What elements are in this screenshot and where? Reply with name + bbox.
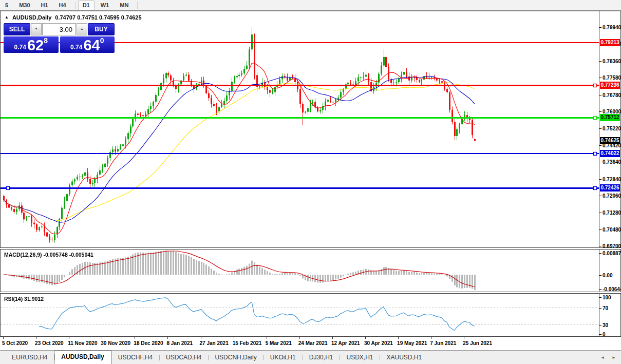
rsi-chart-canvas[interactable] [1,294,599,336]
one-click-trading-widget: SELL ▼ ▲ BUY 0.74 62 8 0.74 64 0 [4,23,115,53]
tab-ukoil-h1[interactable]: UKOil,H1 [264,352,303,364]
tab-dj30-h1[interactable]: DJ30,H1 [303,352,340,364]
level-price-label: 0.77236 [600,82,620,89]
tab-eurusd-h4[interactable]: EURUSD,H4 [5,352,54,364]
price-tick-mark [599,162,601,162]
chart-title: ▲ AUDUSD,Daily 0.74707 0.74751 0.74595 0… [5,14,142,21]
timeframe-button-h1[interactable]: H1 [36,1,53,10]
buy-button[interactable]: BUY [88,23,115,35]
tab-scroll-right-icon[interactable]: ► [612,355,616,360]
date-tick-mark [36,337,36,339]
date-label: 5 Mar 2021 [266,340,292,346]
collapse-arrow-icon[interactable]: ▲ [5,15,9,20]
macd-label: MACD(12,26,9) -0.005748 -0.005041 [4,252,93,258]
price-tick-label: 0.71280 [603,209,621,215]
sell-price-pipette: 8 [44,36,48,45]
rsi-tick-label: 0 [603,332,606,337]
rsi-tick-mark [599,297,601,298]
date-tick-mark [3,337,4,339]
date-axis[interactable]: 5 Oct 202023 Oct 202011 Nov 202030 Nov 2… [0,337,621,350]
date-label: 5 Oct 2020 [2,340,28,346]
timeframe-button-h4[interactable]: H4 [54,1,71,10]
date-label: 19 May 2021 [397,340,427,346]
tab-scroll-arrows[interactable]: ◄► [593,355,616,360]
buy-price-big-digits: 64 [83,39,100,52]
date-tick-mark [234,337,234,339]
date-tick-mark [267,337,267,339]
date-label: 30 Nov 2020 [101,340,130,346]
buy-price-prefix: 0.74 [70,44,82,51]
macd-indicator-panel: MACD(12,26,9) -0.005748 -0.005041 0.0088… [0,249,621,292]
tab-usdx-h1[interactable]: USDX,H1 [340,352,380,364]
macd-tick-label: 0.00 [603,273,612,278]
price-tick-mark [599,196,601,196]
chart-ohlc-values: 0.74707 0.74751 0.74595 0.74625 [55,14,141,21]
price-tick-label: 0.78360 [603,58,621,64]
date-label: 27 Jan 2021 [200,340,229,346]
macd-tick-mark [599,253,601,254]
date-tick-mark [102,337,102,339]
timeframe-button-d1[interactable]: D1 [78,1,95,10]
sell-button[interactable]: SELL [4,23,30,35]
price-tick-mark [599,27,601,28]
tab-audusd-daily[interactable]: AUDUSD,Daily [54,350,111,364]
macd-tick-mark [599,275,601,276]
macd-axis: 0.0088770.00-0.006445 [599,250,620,292]
timeframe-toolbar: 5M30H1H4D1W1MN [0,0,621,11]
rsi-label: RSI(14) 31.9012 [4,296,44,302]
date-tick-mark [167,337,168,339]
date-tick-mark [332,337,333,339]
date-tick-mark [398,337,399,339]
price-tick-mark [599,61,601,62]
date-label: 18 Dec 2020 [134,340,163,346]
date-tick-mark [365,337,366,339]
rsi-tick-label: 30 [603,322,608,328]
price-tick-mark [599,95,601,95]
price-axis[interactable]: 0.799400.791600.783600.775800.767800.760… [599,11,620,247]
tab-xauusd-h1[interactable]: XAUUSD,H1 [380,352,428,364]
date-label: 23 Oct 2020 [35,340,64,346]
price-tick-label: 0.77580 [603,75,621,81]
volume-decrease-button[interactable]: ▼ [31,23,42,35]
price-tick-label: 0.69700 [603,243,621,249]
buy-price-display[interactable]: 0.74 64 0 [60,36,115,53]
timeframe-button-w1[interactable]: W1 [96,1,114,10]
timeframe-button-5[interactable]: 5 [1,1,13,10]
tab-usdcad-h4[interactable]: USDCAD,H4 [159,352,208,364]
price-tick-label: 0.75220 [603,125,621,131]
level-price-label: 0.75712 [600,114,620,121]
toolbar-separator [75,2,76,9]
rsi-tick-label: 100 [603,295,611,300]
date-label: 11 Nov 2020 [68,340,97,346]
timeframe-button-m30[interactable]: M30 [14,1,34,10]
date-label: 24 Mar 2021 [298,340,328,346]
volume-increase-button[interactable]: ▲ [77,23,87,35]
price-tick-label: 0.72840 [603,176,621,182]
date-tick-mark [464,337,464,339]
macd-tick-mark [599,289,601,290]
price-tick-mark [599,229,601,230]
toolbar-separator [137,2,138,9]
timeframe-button-mn[interactable]: MN [115,1,133,10]
sell-price-display[interactable]: 0.74 62 8 [4,36,59,53]
volume-input[interactable] [42,23,76,35]
tab-scroll-left-icon[interactable]: ◄ [600,355,605,360]
tab-usdchf-h4[interactable]: USDCHF,H4 [111,352,159,364]
chart-symbol-period: AUDUSD,Daily [12,14,51,21]
date-tick-mark [299,337,300,339]
rsi-tick-mark [599,325,601,325]
level-price-label: 0.72426 [600,184,620,191]
tab-usdcnh-daily[interactable]: USDCNH,Daily [208,352,263,364]
sell-price-big-digits: 62 [27,39,44,52]
macd-tick-label: -0.006445 [603,286,621,292]
macd-tick-label: 0.008877 [603,251,621,256]
current-price-label: 0.74625 [600,137,620,144]
price-tick-label: 0.70480 [603,227,621,233]
date-tick-mark [201,337,201,339]
price-tick-label: 0.79940 [603,25,621,30]
price-tick-label: 0.76780 [603,92,621,98]
sell-price-prefix: 0.74 [14,44,26,51]
buy-price-pipette: 0 [100,36,104,45]
date-tick-mark [135,337,135,339]
level-price-label: 0.79213 [600,39,620,46]
